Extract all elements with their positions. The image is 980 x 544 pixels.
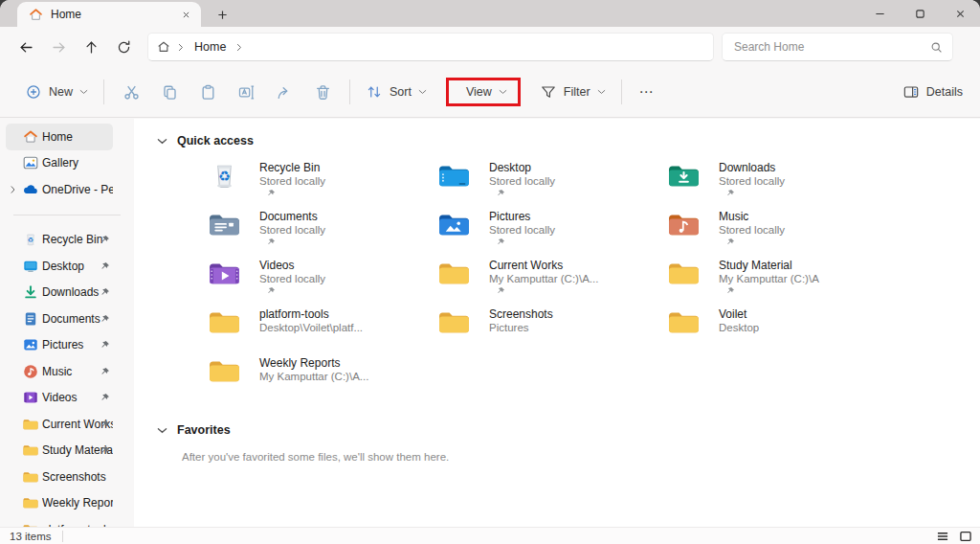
quick-access-item-music[interactable]: MusicStored locally — [668, 210, 898, 259]
sidebar-item-weekly-reports[interactable]: Weekly Reports — [6, 490, 113, 517]
details-pane-icon — [902, 83, 920, 101]
quick-access-item-downloads[interactable]: DownloadsStored locally — [668, 161, 898, 210]
item-text: Current WorksMy Kamputtar (C:)\A... — [489, 259, 598, 295]
large-icons-view-toggle[interactable] — [959, 530, 972, 543]
forward-button[interactable] — [42, 32, 75, 62]
pin-icon — [100, 314, 110, 324]
quick-access-item-pictures[interactable]: PicturesStored locally — [438, 210, 668, 259]
item-text: PicturesStored locally — [489, 210, 555, 246]
quick-access-item-study-material[interactable]: Study MaterialMy Kamputtar (C:)\A — [668, 259, 898, 307]
sidebar-item-home[interactable]: Home — [6, 124, 113, 150]
quick-access-item-weekly-reports[interactable]: Weekly ReportsMy Kamputtar (C:)\A... — [209, 356, 438, 405]
quick-access-title: Quick access — [177, 134, 254, 147]
paste-button[interactable] — [189, 75, 227, 109]
new-button[interactable]: New — [17, 78, 96, 106]
pin-icon — [100, 393, 110, 402]
chevron-right-icon[interactable] — [11, 185, 15, 193]
quick-access-item-voilet[interactable]: VoiletDesktop — [668, 307, 898, 356]
delete-button[interactable] — [303, 75, 342, 109]
home-icon — [29, 8, 43, 22]
search-input[interactable] — [732, 39, 930, 55]
maximize-button[interactable] — [900, 0, 940, 27]
tab-close-icon[interactable] — [178, 7, 193, 22]
quick-access-item-recycle-bin[interactable]: ♻Recycle BinStored locally — [209, 161, 438, 210]
sidebar-item-platform-tools[interactable]: platform-tools — [6, 516, 113, 527]
back-button[interactable] — [10, 32, 42, 62]
folder-icon — [209, 308, 240, 336]
pin-icon — [100, 261, 110, 271]
sidebar-item-documents[interactable]: Documents — [6, 306, 113, 332]
new-tab-button[interactable] — [214, 7, 230, 22]
sidebar-item-downloads[interactable]: Downloads — [6, 280, 113, 306]
breadcrumb-home-icon[interactable] — [156, 39, 171, 55]
favorites-header[interactable]: Favorites — [134, 408, 980, 442]
close-button[interactable] — [940, 0, 980, 27]
sidebar-item-gallery[interactable]: Gallery — [6, 150, 113, 177]
chevron-down-icon[interactable] — [157, 427, 167, 434]
pin-icon — [100, 235, 110, 244]
quick-access-item-documents[interactable]: DocumentsStored locally — [209, 210, 438, 259]
more-options-button[interactable]: ⋯ — [630, 83, 664, 101]
view-button-highlighted[interactable]: View — [446, 78, 521, 106]
quick-access-item-current-works[interactable]: Current WorksMy Kamputtar (C:)\A... — [438, 259, 668, 307]
sidebar-item-screenshots[interactable]: Screenshots — [6, 464, 113, 490]
home-icon — [23, 129, 38, 145]
details-pane-button[interactable]: Details — [899, 78, 967, 106]
filter-funnel-icon — [540, 83, 557, 101]
item-name: Desktop — [489, 161, 555, 174]
sidebar-item-label: Gallery — [42, 156, 113, 170]
item-name: Documents — [259, 210, 325, 223]
rename-button[interactable] — [227, 75, 265, 109]
address-bar[interactable]: Home — [147, 33, 714, 61]
sidebar-item-desktop[interactable]: Desktop — [6, 253, 113, 280]
tab-home[interactable]: Home — [17, 2, 201, 27]
item-name: Voilet — [719, 307, 759, 321]
chevron-down-icon — [418, 89, 427, 95]
sidebar-item-current-works[interactable]: Current Works — [6, 411, 113, 438]
toolbar-separator — [103, 79, 104, 104]
copy-button[interactable] — [150, 75, 189, 109]
details-view-toggle[interactable] — [936, 530, 949, 543]
item-name: Recycle Bin — [259, 161, 325, 174]
sidebar-item-onedrive-personal[interactable]: OneDrive - Personal — [6, 176, 113, 203]
quick-access-grid: ♻Recycle BinStored locallyDesktopStored … — [209, 161, 980, 405]
documentsFolder-icon — [209, 211, 240, 238]
sort-button[interactable]: Sort — [358, 78, 434, 106]
filter-button[interactable]: Filter — [532, 78, 613, 106]
sidebar-item-recycle-bin[interactable]: ♻Recycle Bin — [6, 227, 113, 254]
chevron-down-icon[interactable] — [157, 138, 167, 145]
minimize-button[interactable] — [859, 0, 900, 27]
sidebar-item-music[interactable]: Music — [6, 358, 113, 385]
pin-icon — [100, 287, 110, 297]
pin-icon — [497, 238, 555, 246]
sbPictures-icon — [23, 337, 38, 352]
refresh-button[interactable] — [107, 32, 140, 62]
breadcrumb-home[interactable]: Home — [190, 40, 230, 54]
up-button[interactable] — [75, 32, 107, 62]
item-text: platform-toolsDesktop\Voilet\platf... — [259, 307, 363, 334]
quick-access-item-platform-tools[interactable]: platform-toolsDesktop\Voilet\platf... — [209, 307, 438, 356]
item-text: DocumentsStored locally — [259, 210, 325, 246]
cut-button[interactable] — [112, 75, 150, 109]
folder-icon — [668, 308, 700, 336]
svg-text:♻: ♻ — [218, 169, 231, 184]
chevron-right-icon[interactable] — [236, 43, 242, 52]
pin-icon — [100, 340, 110, 350]
pin-icon — [497, 286, 598, 295]
item-subtitle: Stored locally — [489, 174, 555, 188]
quick-access-header[interactable]: Quick access — [134, 119, 980, 152]
share-button[interactable] — [265, 75, 303, 109]
bin-icon: ♻ — [209, 162, 240, 190]
pin-icon — [267, 189, 325, 197]
quick-access-item-desktop[interactable]: DesktopStored locally — [438, 161, 668, 210]
search-box[interactable] — [722, 33, 953, 61]
quick-access-item-screenshots[interactable]: ScreenshotsPictures — [438, 307, 668, 356]
sidebar-item-pictures[interactable]: Pictures — [6, 332, 113, 359]
sidebar-item-study-material[interactable]: Study Material — [6, 438, 113, 465]
details-label: Details — [926, 85, 963, 99]
quick-access-item-videos[interactable]: VideosStored locally — [209, 259, 438, 307]
pin-icon — [267, 238, 325, 246]
sidebar-item-videos[interactable]: Videos — [6, 385, 113, 412]
filter-label: Filter — [564, 85, 590, 99]
new-plus-icon — [25, 83, 42, 101]
